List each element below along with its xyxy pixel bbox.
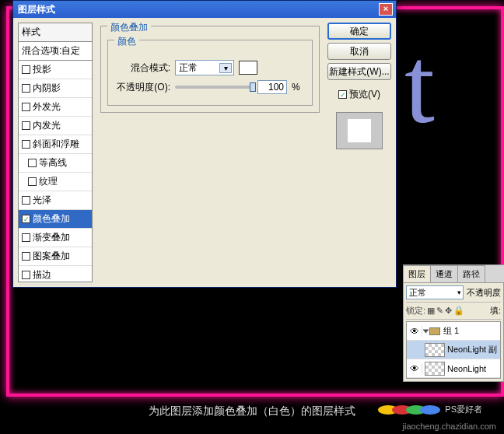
layer-thumb[interactable]	[425, 362, 445, 376]
effect-options-panel: 颜色叠加 颜色 混合模式: 正常 不透明度(O): %	[97, 23, 323, 282]
group-name: 组 1	[443, 325, 459, 337]
fieldset-title: 颜色叠加	[107, 21, 151, 34]
layer-thumb[interactable]	[425, 343, 445, 357]
layer-blend-select[interactable]: 正常	[406, 285, 464, 299]
checkbox[interactable]	[22, 215, 30, 223]
effect-pattern-overlay[interactable]: 图案叠加	[19, 247, 92, 266]
canvas-text: t	[404, 31, 498, 233]
inner-fieldset-title: 颜色	[114, 35, 139, 48]
blend-options-row[interactable]: 混合选项:自定	[19, 42, 92, 61]
checkbox[interactable]	[22, 233, 30, 242]
effect-inner-glow[interactable]: 内发光	[19, 117, 92, 135]
layer-row-1[interactable]: NeonLight 副	[407, 341, 500, 359]
effect-color-overlay[interactable]: 颜色叠加	[19, 210, 92, 229]
checkbox[interactable]	[22, 121, 30, 130]
effect-outer-glow[interactable]: 外发光	[19, 98, 92, 117]
opacity-mini-label: 不透明度	[467, 287, 501, 299]
lock-transparency-icon[interactable]: ▦	[427, 306, 435, 316]
layers-panel: 图层 通道 路径 正常 不透明度 锁定: ▦ ✎ ✥ 🔒 填: 👁	[403, 264, 504, 382]
tab-layers[interactable]: 图层	[403, 265, 431, 282]
site-logo: PS爱好者	[378, 404, 482, 415]
lock-label: 锁定:	[406, 305, 425, 317]
preview-checkbox[interactable]	[338, 90, 347, 99]
visibility-toggle[interactable]: 👁	[407, 363, 422, 374]
effect-gradient-overlay[interactable]: 渐变叠加	[19, 229, 92, 247]
checkbox[interactable]	[22, 103, 30, 111]
blend-mode-label: 混合模式:	[114, 61, 170, 75]
layer-row-2[interactable]: 👁 NeonLight	[407, 359, 500, 378]
layer-style-dialog: 图层样式 × 样式 混合选项:自定 投影 内阴影 外发光 内发光 斜面和浮雕 等…	[12, 0, 397, 288]
blend-mode-select[interactable]: 正常	[175, 60, 234, 75]
effect-inner-shadow[interactable]: 内阴影	[19, 79, 92, 98]
effect-stroke[interactable]: 描边	[19, 266, 92, 285]
dialog-buttons: 确定 取消 新建样式(W)... 预览(V)	[327, 23, 391, 282]
layers-list: 👁 组 1 NeonLight 副 👁 NeonLight	[406, 321, 501, 379]
close-button[interactable]: ×	[379, 3, 393, 16]
styles-header[interactable]: 样式	[19, 23, 92, 42]
ok-button[interactable]: 确定	[327, 23, 391, 40]
lock-paint-icon[interactable]: ✎	[436, 306, 443, 316]
opacity-label: 不透明度(O):	[114, 81, 170, 94]
checkbox[interactable]	[28, 177, 37, 186]
fill-label: 填:	[490, 305, 501, 317]
preview-checkbox-row[interactable]: 预览(V)	[327, 88, 391, 101]
opacity-slider[interactable]	[175, 86, 253, 89]
effect-drop-shadow[interactable]: 投影	[19, 61, 92, 79]
visibility-toggle[interactable]: 👁	[407, 326, 422, 337]
lock-position-icon[interactable]: ✥	[445, 306, 452, 316]
cancel-button[interactable]: 取消	[327, 43, 391, 60]
effect-texture[interactable]: 纹理	[19, 173, 92, 191]
checkbox[interactable]	[22, 84, 30, 93]
effect-contour[interactable]: 等高线	[19, 154, 92, 173]
watermark-url: jiaocheng.chazidian.com	[403, 422, 496, 431]
tab-paths[interactable]: 路径	[457, 265, 485, 282]
preview-inner	[348, 119, 371, 142]
checkbox[interactable]	[22, 271, 30, 279]
titlebar[interactable]: 图层样式 ×	[13, 1, 396, 18]
panel-tabs: 图层 通道 路径	[403, 264, 504, 282]
checkbox[interactable]	[22, 196, 30, 205]
overlay-color-swatch[interactable]	[239, 61, 257, 75]
logo-text: PS爱好者	[445, 404, 482, 415]
styles-list: 样式 混合选项:自定 投影 内阴影 外发光 内发光 斜面和浮雕 等高线 纹理 光…	[18, 23, 93, 282]
color-overlay-fieldset: 颜色叠加 颜色 混合模式: 正常 不透明度(O): %	[100, 26, 320, 113]
logo-disc-icon	[420, 405, 440, 415]
layer-name: NeonLight	[447, 364, 486, 373]
dialog-title: 图层样式	[16, 3, 379, 16]
effect-bevel-emboss[interactable]: 斜面和浮雕	[19, 135, 92, 154]
slider-thumb[interactable]	[250, 82, 256, 92]
checkbox[interactable]	[22, 140, 30, 149]
checkbox[interactable]	[28, 159, 37, 167]
expand-icon[interactable]	[423, 329, 429, 333]
folder-icon	[429, 327, 440, 335]
lock-all-icon[interactable]: 🔒	[453, 306, 464, 316]
opacity-unit: %	[292, 82, 300, 93]
layer-name: NeonLight 副	[447, 344, 497, 355]
checkbox[interactable]	[22, 65, 30, 74]
new-style-button[interactable]: 新建样式(W)...	[327, 63, 391, 80]
checkbox[interactable]	[22, 252, 30, 261]
tab-channels[interactable]: 通道	[430, 265, 458, 282]
layer-group-row[interactable]: 👁 组 1	[407, 322, 500, 341]
color-fieldset: 颜色 混合模式: 正常 不透明度(O): %	[107, 40, 313, 106]
effect-satin[interactable]: 光泽	[19, 191, 92, 210]
preview-swatch	[336, 112, 383, 149]
preview-label: 预览(V)	[349, 88, 380, 101]
opacity-input[interactable]	[257, 80, 287, 94]
